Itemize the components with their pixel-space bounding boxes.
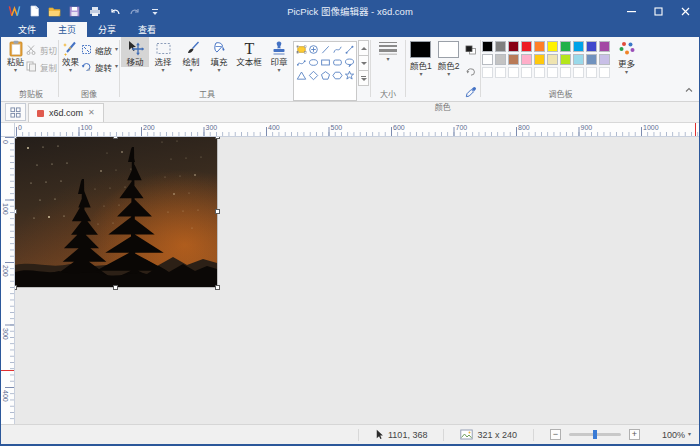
selection-handle-s[interactable] (113, 285, 118, 290)
tool-fill-dropdown-icon[interactable]: ▾ (218, 68, 221, 73)
paste-button[interactable]: 粘贴 ▾ (5, 37, 26, 73)
zoom-in-button[interactable]: + (629, 429, 640, 440)
minimize-button[interactable] (618, 0, 645, 22)
shape-triangle[interactable] (295, 69, 307, 82)
palette-swatch-empty[interactable] (560, 67, 571, 78)
palette-swatch[interactable] (521, 41, 532, 52)
selection-handle-w[interactable] (15, 209, 17, 214)
effects-dropdown-icon[interactable]: ▾ (69, 68, 72, 73)
rotate-button[interactable]: 旋转 ▾ (81, 60, 118, 73)
palette-swatch-empty[interactable] (508, 67, 519, 78)
reset-colors-button[interactable] (465, 63, 477, 81)
palette-swatch[interactable] (534, 41, 545, 52)
selection-handle-ne[interactable] (215, 137, 220, 139)
palette-swatch[interactable] (482, 41, 493, 52)
palette-swatch[interactable] (482, 54, 493, 65)
shape-pentagon[interactable] (319, 69, 331, 82)
print-icon[interactable] (86, 3, 103, 19)
palette-swatch[interactable] (599, 41, 610, 52)
tab-file[interactable]: 文件 (7, 22, 47, 37)
more-colors-button[interactable]: 更多 ▾ (612, 37, 640, 75)
palette-swatch[interactable] (573, 54, 584, 65)
shape-line-nodes[interactable] (343, 43, 355, 56)
tool-select-dropdown-icon[interactable]: ▾ (162, 68, 165, 73)
palette-swatch[interactable] (573, 41, 584, 52)
shape-rectangle[interactable] (319, 56, 331, 69)
undo-icon[interactable] (106, 3, 123, 19)
shape-ellipse[interactable] (307, 56, 319, 69)
color2-button[interactable]: 颜色2 ▾ (435, 37, 463, 77)
open-folder-icon[interactable] (46, 3, 63, 19)
zoom-level-dropdown-icon[interactable]: ▾ (688, 432, 691, 437)
shape-rect-selected[interactable] (295, 43, 307, 56)
palette-swatch[interactable] (495, 54, 506, 65)
palette-swatch[interactable] (560, 54, 571, 65)
zoom-slider[interactable] (569, 433, 621, 436)
shape-curve[interactable] (331, 43, 343, 56)
palette-swatch[interactable] (495, 41, 506, 52)
palette-swatch[interactable] (508, 54, 519, 65)
close-button[interactable] (672, 0, 699, 22)
palette-swatch[interactable] (534, 54, 545, 65)
more-colors-dropdown-icon[interactable]: ▾ (625, 70, 628, 75)
color1-button[interactable]: 颜色1 ▾ (407, 37, 435, 77)
palette-swatch-empty[interactable] (495, 67, 506, 78)
color1-dropdown-icon[interactable]: ▾ (419, 72, 422, 77)
maximize-button[interactable] (645, 0, 672, 22)
color2-dropdown-icon[interactable]: ▾ (447, 72, 450, 77)
canvas[interactable] (15, 137, 699, 424)
tool-fill-button[interactable]: 填充 ▾ (205, 37, 233, 73)
palette-swatch[interactable] (547, 54, 558, 65)
resize-button[interactable]: 缩放 ▾ (81, 43, 118, 56)
selection-handle-e[interactable] (215, 209, 220, 214)
tool-textbox-button[interactable]: T 文本框 (233, 37, 265, 67)
tool-draw-button[interactable]: 绘制 ▾ (177, 37, 205, 73)
tool-stamp-dropdown-icon[interactable]: ▾ (278, 68, 281, 73)
resize-dropdown-icon[interactable]: ▾ (115, 47, 118, 52)
horizontal-ruler[interactable]: 01002003004005006007008009001000 (15, 123, 699, 137)
zoom-slider-thumb[interactable] (593, 430, 597, 439)
shape-freeform[interactable] (295, 56, 307, 69)
tab-view[interactable]: 查看 (127, 22, 167, 37)
shape-zoom-area[interactable] (307, 43, 319, 56)
palette-swatch[interactable] (508, 41, 519, 52)
tool-draw-dropdown-icon[interactable]: ▾ (190, 68, 193, 73)
palette-swatch[interactable] (560, 41, 571, 52)
palette-swatch-empty[interactable] (534, 67, 545, 78)
cut-button[interactable]: 剪切 (26, 43, 57, 56)
customize-toolbar-icon[interactable] (146, 3, 163, 19)
line-size-dropdown-icon[interactable]: ▾ (387, 57, 390, 62)
vertical-ruler[interactable]: 0100200300400 (1, 137, 15, 424)
tool-select-button[interactable]: 选择 ▾ (149, 37, 177, 73)
shape-line[interactable] (319, 43, 331, 56)
tool-stamp-button[interactable]: 印章 ▾ (265, 37, 293, 73)
shape-hexagon[interactable] (331, 69, 343, 82)
collapse-ribbon-button[interactable] (685, 79, 693, 97)
shape-rounded-rectangle[interactable] (331, 56, 343, 69)
palette-swatch-empty[interactable] (573, 67, 584, 78)
palette-swatch-empty[interactable] (482, 67, 493, 78)
palette-swatch[interactable] (521, 54, 532, 65)
palette-swatch-empty[interactable] (547, 67, 558, 78)
redo-icon[interactable] (126, 3, 143, 19)
eyedropper-button[interactable] (465, 84, 477, 102)
palette-swatch[interactable] (586, 41, 597, 52)
selection-handle-sw[interactable] (15, 285, 17, 290)
zoom-out-button[interactable]: − (550, 429, 561, 440)
gallery-more-button[interactable] (358, 70, 369, 86)
paste-dropdown-icon[interactable]: ▾ (14, 68, 17, 73)
palette-swatch-empty[interactable] (586, 67, 597, 78)
shape-star[interactable] (343, 69, 355, 82)
window-list-button[interactable] (5, 103, 26, 121)
effects-button[interactable]: 效果 ▾ (60, 37, 81, 73)
tab-share[interactable]: 分享 (87, 22, 127, 37)
rotate-dropdown-icon[interactable]: ▾ (115, 64, 118, 69)
new-file-icon[interactable] (26, 3, 43, 19)
tab-home[interactable]: 主页 (47, 22, 87, 37)
tool-move-button[interactable]: 移动 (121, 37, 149, 67)
shape-callout[interactable] (343, 56, 355, 69)
document-tab-close-icon[interactable]: ✕ (88, 109, 95, 117)
selection-handle-se[interactable] (215, 285, 220, 290)
shape-diamond[interactable] (307, 69, 319, 82)
save-icon[interactable] (66, 3, 83, 19)
